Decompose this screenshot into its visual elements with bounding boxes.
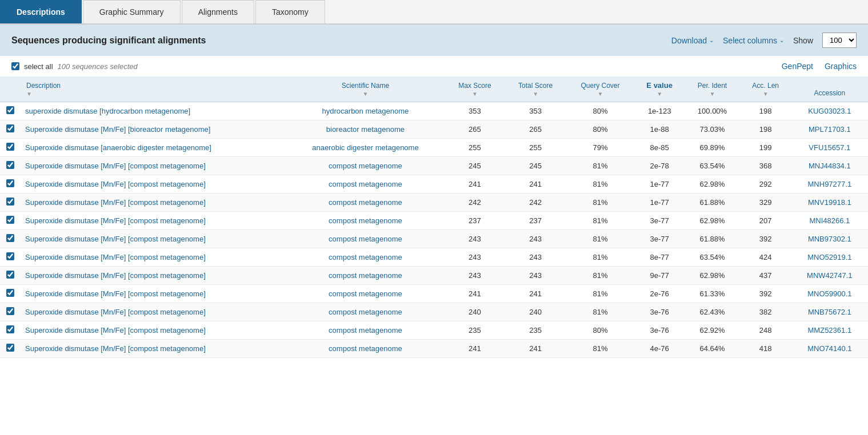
row-total-score: 240 (505, 303, 566, 321)
tab-taxonomy[interactable]: Taxonomy (255, 0, 325, 23)
accession-link[interactable]: VFU15657.1 (809, 143, 850, 152)
genpept-link[interactable]: GenPept (782, 62, 813, 71)
e-value-sort-icon[interactable]: ▼ (640, 91, 679, 97)
col-query-cover[interactable]: Query Cover ▼ (566, 76, 634, 102)
graphics-link[interactable]: Graphics (825, 62, 857, 71)
scientific-name-link[interactable]: anaerobic digester metagenome (312, 143, 418, 152)
description-link[interactable]: Superoxide dismutase [Mn/Fe] [compost me… (25, 253, 206, 261)
per-ident-sort-icon[interactable]: ▼ (690, 91, 734, 97)
row-acc-len: 199 (740, 139, 791, 157)
results-table: Description ▼ Scientific Name ▼ Max Scor… (0, 76, 868, 358)
select-columns-button[interactable]: Select columns ⌄ (723, 36, 784, 45)
description-link[interactable]: Superoxide dismutase [Mn/Fe] [compost me… (25, 198, 206, 207)
scientific-name-link[interactable]: compost metagenome (329, 344, 402, 353)
row-query-cover: 81% (566, 303, 634, 321)
col-e-value[interactable]: E value ▼ (634, 76, 685, 102)
row-checkbox[interactable] (6, 252, 14, 260)
description-link[interactable]: Superoxide dismutase [anaerobic digester… (25, 143, 211, 152)
acc-len-sort-icon[interactable]: ▼ (746, 91, 786, 97)
row-e-value: 1e-77 (634, 175, 685, 194)
show-count-select[interactable]: 100 50 20 (822, 33, 857, 48)
total-score-sort-icon[interactable]: ▼ (510, 91, 561, 97)
accession-link[interactable]: MNO74140.1 (807, 344, 851, 353)
accession-link[interactable]: MMZ52361.1 (808, 326, 852, 335)
accession-link[interactable]: MNJ44834.1 (809, 162, 851, 170)
row-description: Superoxide dismutase [Mn/Fe] [compost me… (21, 303, 286, 321)
scientific-name-link[interactable]: compost metagenome (329, 271, 402, 280)
row-checkbox[interactable] (6, 161, 14, 169)
table-row: Superoxide dismutase [Mn/Fe] [compost me… (0, 303, 868, 321)
col-per-ident[interactable]: Per. Ident ▼ (685, 76, 739, 102)
accession-link[interactable]: KUG03023.1 (808, 107, 851, 115)
row-total-score: 353 (505, 102, 566, 120)
row-checkbox[interactable] (6, 124, 14, 132)
row-checkbox-cell (0, 340, 21, 358)
scientific-name-link[interactable]: compost metagenome (329, 308, 402, 316)
row-checkbox[interactable] (6, 198, 14, 206)
row-accession: MMZ52361.1 (791, 321, 868, 340)
description-link[interactable]: Superoxide dismutase [Mn/Fe] [compost me… (25, 180, 206, 188)
row-checkbox[interactable] (6, 234, 14, 242)
accession-link[interactable]: MPL71703.1 (809, 125, 851, 134)
col-acc-len[interactable]: Acc. Len ▼ (740, 76, 791, 102)
row-checkbox[interactable] (6, 325, 14, 333)
accession-link[interactable]: MNO52919.1 (807, 253, 851, 261)
tab-graphic-summary[interactable]: Graphic Summary (83, 0, 181, 23)
row-checkbox[interactable] (6, 216, 14, 224)
row-checkbox[interactable] (6, 307, 14, 315)
query-cover-sort-icon[interactable]: ▼ (572, 91, 629, 97)
accession-link[interactable]: MNO59900.1 (807, 289, 851, 298)
tab-descriptions[interactable]: Descriptions (0, 0, 82, 23)
table-row: Superoxide dismutase [anaerobic digester… (0, 139, 868, 157)
row-query-cover: 81% (566, 340, 634, 358)
description-link[interactable]: Superoxide dismutase [Mn/Fe] [compost me… (25, 289, 206, 298)
scientific-name-link[interactable]: compost metagenome (329, 180, 402, 188)
description-link[interactable]: Superoxide dismutase [Mn/Fe] [compost me… (25, 216, 206, 225)
description-link[interactable]: Superoxide dismutase [Mn/Fe] [compost me… (25, 235, 206, 243)
scientific-name-link[interactable]: compost metagenome (329, 198, 402, 207)
scientific-name-link[interactable]: hydrocarbon metagenome (322, 107, 409, 115)
accession-link[interactable]: MNB97302.1 (808, 235, 851, 243)
description-link[interactable]: Superoxide dismutase [Mn/Fe] [compost me… (25, 271, 206, 280)
select-all-checkbox[interactable] (11, 62, 19, 70)
row-scientific-name: compost metagenome (286, 267, 445, 285)
accession-link[interactable]: MNV19918.1 (808, 198, 851, 207)
accession-link[interactable]: MNH97277.1 (808, 180, 852, 188)
scientific-name-link[interactable]: compost metagenome (329, 235, 402, 243)
accession-link[interactable]: MNW42747.1 (807, 271, 852, 280)
scientific-name-link[interactable]: compost metagenome (329, 253, 402, 261)
accession-link[interactable]: MNB75672.1 (808, 308, 851, 316)
accession-link[interactable]: MNI48266.1 (809, 216, 850, 225)
description-link[interactable]: Superoxide dismutase [Mn/Fe] [compost me… (25, 344, 206, 353)
row-e-value: 1e-77 (634, 194, 685, 212)
row-checkbox[interactable] (6, 179, 14, 187)
col-scientific-name[interactable]: Scientific Name ▼ (286, 76, 445, 102)
row-checkbox[interactable] (6, 271, 14, 279)
description-link[interactable]: Superoxide dismutase [Mn/Fe] [compost me… (25, 326, 206, 335)
scientific-name-link[interactable]: compost metagenome (329, 326, 402, 335)
row-accession: KUG03023.1 (791, 102, 868, 120)
scientific-name-link[interactable]: compost metagenome (329, 289, 402, 298)
description-link[interactable]: Superoxide dismutase [Mn/Fe] [bioreactor… (25, 125, 210, 134)
col-description[interactable]: Description ▼ (21, 76, 286, 102)
row-description: Superoxide dismutase [Mn/Fe] [bioreactor… (21, 120, 286, 139)
tab-alignments[interactable]: Alignments (182, 0, 254, 23)
max-score-sort-icon[interactable]: ▼ (451, 91, 499, 97)
row-checkbox[interactable] (6, 143, 14, 151)
scientific-name-link[interactable]: compost metagenome (329, 216, 402, 225)
description-link[interactable]: Superoxide dismutase [Mn/Fe] [compost me… (25, 308, 206, 316)
row-checkbox[interactable] (6, 289, 14, 297)
row-checkbox[interactable] (6, 106, 14, 114)
header-controls: Download ⌄ Select columns ⌄ Show 100 50 … (671, 33, 857, 48)
download-button[interactable]: Download ⌄ (671, 36, 714, 45)
description-link[interactable]: Superoxide dismutase [Mn/Fe] [compost me… (25, 162, 206, 170)
description-link[interactable]: superoxide dismutase [hydrocarbon metage… (25, 107, 190, 115)
col-max-score[interactable]: Max Score ▼ (445, 76, 505, 102)
scientific-name-link[interactable]: bioreactor metagenome (326, 125, 405, 134)
description-sort-icon[interactable]: ▼ (26, 91, 280, 97)
row-checkbox[interactable] (6, 344, 14, 352)
scientific-name-sort-icon[interactable]: ▼ (291, 91, 439, 97)
scientific-name-link[interactable]: compost metagenome (329, 162, 402, 170)
row-total-score: 265 (505, 120, 566, 139)
col-total-score[interactable]: Total Score ▼ (505, 76, 566, 102)
